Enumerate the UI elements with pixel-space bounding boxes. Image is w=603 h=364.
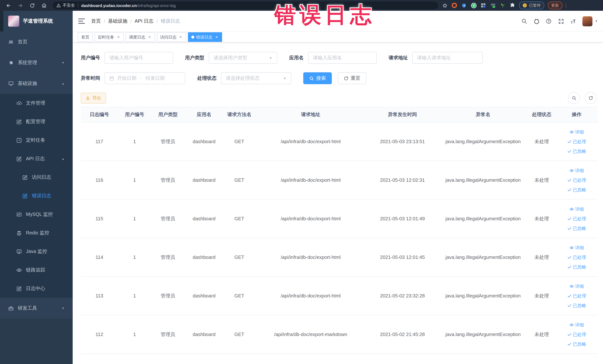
cell-user-type: 管理员 xyxy=(151,276,185,315)
toolbox-icon xyxy=(8,305,14,311)
fullscreen-icon[interactable] xyxy=(557,18,564,24)
sidebar-item-config-management[interactable]: 配置管理 xyxy=(0,112,73,131)
cell-method: GET xyxy=(223,161,255,199)
cell-user-type: 管理员 xyxy=(151,199,185,238)
address-bar[interactable]: 不安全 dashboard.yudao.iocoder.cn/infra/log… xyxy=(53,1,438,9)
refresh-table-button[interactable] xyxy=(585,92,596,104)
tag-item[interactable]: 访问日志✕ xyxy=(157,32,186,42)
avatar[interactable] xyxy=(582,16,592,26)
sidebar-item-log-center[interactable]: 日志中心 xyxy=(0,279,73,298)
reset-button[interactable]: 重置 xyxy=(338,72,366,84)
date-range-input[interactable]: 开始日期 - 结束日期 xyxy=(104,72,185,84)
close-icon[interactable]: ✕ xyxy=(179,35,183,39)
sidebar-item-redis-monitor[interactable]: Redis 监控 xyxy=(0,224,73,242)
request-url-input[interactable]: 请输入请求地址 xyxy=(412,52,483,64)
close-icon[interactable]: ✕ xyxy=(116,35,120,39)
detail-link[interactable]: 详细 xyxy=(569,320,584,329)
download-icon xyxy=(86,96,90,100)
sidebar-item-dev-tools[interactable]: 研发工具▼ xyxy=(0,298,73,318)
bookmark-star-icon[interactable] xyxy=(441,2,448,9)
mark-ignored-link[interactable]: 已忽略 xyxy=(567,262,586,272)
close-icon[interactable]: ✕ xyxy=(215,35,219,39)
column-header: 异常发生时间 xyxy=(366,107,439,122)
sidebar-item-access-log[interactable]: 访问日志 xyxy=(0,168,73,187)
sidebar-item-label: 首页 xyxy=(18,39,27,45)
check-icon xyxy=(567,226,572,231)
sidebar-item-scheduled-tasks[interactable]: 定时任务 xyxy=(0,131,73,150)
extension-orange-icon[interactable] xyxy=(451,2,457,9)
user-type-select[interactable]: 请选择用户类型 ▼ xyxy=(209,52,277,64)
process-status-select[interactable]: 请选择处理状态 ▼ xyxy=(221,72,291,84)
sidebar-item-file-management[interactable]: 文件管理 xyxy=(0,94,73,112)
extension-green-v-icon[interactable] xyxy=(470,2,477,9)
user-id-input[interactable]: 请输入用户编号 xyxy=(104,52,173,64)
mark-ignored-link[interactable]: 已忽略 xyxy=(567,339,586,349)
tag-label: 访问日志 xyxy=(160,34,176,40)
sidebar-item-system-management[interactable]: 系统管理▼ xyxy=(0,52,73,73)
cell-exception-time: 2021-05-03 23:13:51 xyxy=(366,122,439,161)
paused-extension-chip[interactable]: 已暂停 xyxy=(519,1,544,9)
mark-processed-link[interactable]: 已处理 xyxy=(567,137,586,146)
cell-actions: 详细已处理已忽略 xyxy=(556,161,598,199)
security-label[interactable]: 不安全 xyxy=(63,3,75,8)
tag-item[interactable]: 定时任务✕ xyxy=(94,32,124,42)
home-button-icon[interactable] xyxy=(41,2,47,9)
extensions-puzzle-icon[interactable] xyxy=(509,2,515,9)
toggle-search-button[interactable] xyxy=(568,92,580,104)
chevron-down-icon[interactable]: ▼ xyxy=(595,19,598,23)
breadcrumb-item[interactable]: 首页 xyxy=(91,18,101,24)
mark-ignored-link[interactable]: 已忽略 xyxy=(567,301,586,310)
search-button[interactable]: 搜索 xyxy=(303,72,332,84)
mark-processed-link[interactable]: 已处理 xyxy=(567,175,586,185)
forward-icon[interactable] xyxy=(17,2,24,9)
sidebar-item-mysql-monitor[interactable]: MySQL 监控 xyxy=(0,205,73,224)
tag-active[interactable]: 错误日志✕ xyxy=(188,32,222,42)
app-name-input[interactable]: 请输入应用名 xyxy=(308,52,377,64)
extension-leaf-icon[interactable] xyxy=(499,2,506,9)
sidebar-item-error-log[interactable]: 错误日志 xyxy=(0,187,73,205)
breadcrumb-item[interactable]: API 日志 xyxy=(135,18,153,24)
search-icon[interactable] xyxy=(521,18,528,24)
mark-ignored-link[interactable]: 已忽略 xyxy=(567,223,586,233)
cell-status: 未处理 xyxy=(528,161,556,199)
sidebar-item-trace[interactable]: 链路追踪 xyxy=(0,261,73,279)
table-toolbar: 导出 xyxy=(81,92,598,104)
detail-link[interactable]: 详细 xyxy=(569,165,584,175)
mark-processed-link[interactable]: 已处理 xyxy=(567,291,586,301)
extension-shield-icon[interactable] xyxy=(461,2,467,9)
logo-row[interactable]: 芋道管理系统 xyxy=(0,11,73,32)
mark-processed-link[interactable]: 已处理 xyxy=(567,329,586,339)
search-icon xyxy=(309,76,314,81)
reload-icon[interactable] xyxy=(29,2,35,9)
font-size-icon[interactable]: TT xyxy=(570,18,577,24)
close-icon[interactable]: ✕ xyxy=(148,35,152,39)
mark-processed-link[interactable]: 已处理 xyxy=(567,252,586,262)
hamburger-icon[interactable] xyxy=(78,19,85,24)
view-icon xyxy=(569,245,574,250)
back-icon[interactable] xyxy=(5,2,12,9)
tag-item[interactable]: 调度日志✕ xyxy=(126,32,155,42)
refresh-icon xyxy=(344,76,348,81)
extension-on-switch-icon[interactable]: on xyxy=(490,2,496,9)
detail-link[interactable]: 详细 xyxy=(569,127,584,137)
mark-processed-link[interactable]: 已处理 xyxy=(567,214,586,223)
export-button[interactable]: 导出 xyxy=(81,93,106,103)
detail-link[interactable]: 详细 xyxy=(569,281,584,291)
cell-user-type: 管理员 xyxy=(151,122,185,161)
extension-grid-icon[interactable] xyxy=(480,2,487,9)
update-chip[interactable]: 更新 xyxy=(548,1,562,9)
sidebar-item-api-log[interactable]: API 日志▲ xyxy=(0,150,73,168)
sidebar-item-java-monitor[interactable]: Java 监控 xyxy=(0,242,73,261)
github-icon[interactable] xyxy=(533,18,540,24)
tag-item[interactable]: 首页 xyxy=(78,32,93,42)
help-icon[interactable] xyxy=(545,18,552,24)
detail-link[interactable]: 详细 xyxy=(569,243,584,252)
mark-ignored-link[interactable]: 已忽略 xyxy=(567,146,586,156)
detail-link[interactable]: 详细 xyxy=(569,204,584,214)
browser-menu-icon[interactable]: ⋮ xyxy=(564,3,568,8)
breadcrumb-item[interactable]: 基础设施 xyxy=(108,18,127,24)
sidebar-item-home[interactable]: 首页 xyxy=(0,32,73,52)
sidebar-item-infrastructure[interactable]: 基础设施▲ xyxy=(0,73,73,94)
mark-ignored-link[interactable]: 已忽略 xyxy=(567,185,586,195)
cell-exception-name: java.lang.IllegalArgumentException xyxy=(439,238,528,276)
